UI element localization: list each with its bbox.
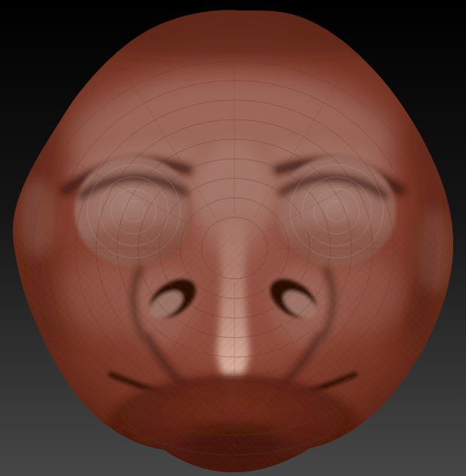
sculpt-viewport[interactable] <box>0 0 466 476</box>
sculpt-canvas[interactable] <box>0 0 466 476</box>
